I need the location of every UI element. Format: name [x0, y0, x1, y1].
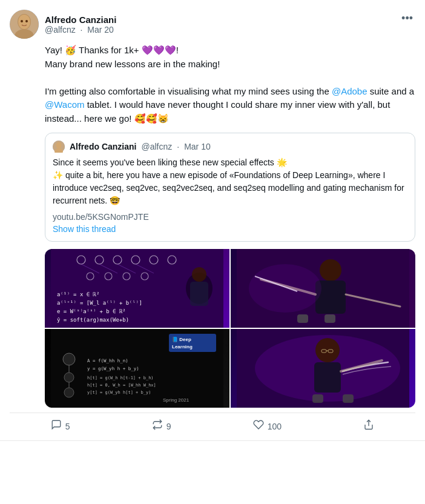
image-2-svg — [231, 249, 415, 328]
tweet-date: Mar 20 — [87, 25, 114, 35]
reply-button[interactable]: 5 — [51, 419, 70, 433]
svg-text:e = W⁽ˢ⁾a⁽ˢ⁾ + b ∈ ℝ²: e = W⁽ˢ⁾a⁽ˢ⁾ + b ∈ ℝ² — [57, 308, 126, 314]
retweet-button[interactable]: 9 — [152, 419, 171, 433]
image-1[interactable]: a⁽¹⁾ = x ∈ ℝ² a⁽ˡ⁺¹⁾ = [W_l a⁽ˡ⁾ + b⁽ˡ⁾]… — [45, 249, 229, 328]
share-button[interactable] — [363, 419, 374, 433]
image-1-svg: a⁽¹⁾ = x ∈ ℝ² a⁽ˡ⁺¹⁾ = [W_l a⁽ˡ⁾ + b⁽ˡ⁾]… — [45, 249, 229, 328]
svg-text:y[t] = g(W_yh h[t] + b_y): y[t] = g(W_yh h[t] + b_y) — [87, 390, 151, 395]
svg-rect-63 — [312, 394, 323, 403]
tweet-header: Alfredo Canziani @alfcnz · Mar 20 ••• — [10, 10, 415, 39]
avatar-svg — [10, 10, 39, 39]
quoted-author-handle[interactable]: @alfcnz — [141, 142, 172, 151]
svg-text:Learning: Learning — [172, 344, 193, 350]
tweet-text-line3: I'm getting also comfortable in visualis… — [45, 85, 415, 126]
author-info: Alfredo Canziani @alfcnz · Mar 20 — [45, 15, 116, 35]
quoted-avatar-svg — [53, 141, 65, 153]
share-svg — [363, 419, 374, 430]
svg-point-42 — [64, 373, 74, 382]
author-name: Alfredo Canziani — [45, 15, 116, 25]
svg-text:a⁽ˡ⁺¹⁾ = [W_l a⁽ˡ⁾ + b⁽ˡ⁾]: a⁽ˡ⁺¹⁾ = [W_l a⁽ˡ⁾ + b⁽ˡ⁾] — [57, 300, 142, 306]
reply-svg — [51, 419, 62, 430]
svg-rect-64 — [343, 394, 354, 403]
mention-wacom[interactable]: @Wacom — [45, 99, 85, 110]
svg-point-57 — [315, 338, 340, 362]
tweet-text-line1: Yay! 🥳 Thanks for 1k+ 💜💜💜! — [45, 44, 415, 58]
images-grid: a⁽¹⁾ = x ∈ ℝ² a⁽ˡ⁺¹⁾ = [W_l a⁽ˡ⁾ + b⁽ˡ⁾]… — [45, 249, 415, 408]
like-count: 100 — [268, 422, 282, 431]
tweet-actions: 5 9 100 — [10, 413, 415, 440]
svg-rect-61 — [314, 362, 341, 393]
reply-count: 5 — [65, 422, 70, 431]
reply-icon — [51, 419, 62, 433]
mention-adobe[interactable]: @Adobe — [332, 86, 367, 96]
quoted-author-name: Alfredo Canziani — [70, 142, 136, 151]
tweet-text-line2: Many brand new lessons are in the making… — [45, 58, 415, 71]
svg-rect-30 — [190, 282, 208, 306]
author-handle[interactable]: @alfcnz — [45, 25, 76, 35]
quoted-separator: · — [177, 142, 179, 151]
svg-text:📘 Deep: 📘 Deep — [172, 336, 191, 342]
like-icon — [253, 419, 264, 433]
svg-point-3 — [18, 15, 30, 29]
like-svg — [253, 419, 264, 430]
share-icon — [363, 419, 374, 433]
retweet-count: 9 — [166, 422, 171, 431]
quoted-avatar — [53, 141, 65, 153]
svg-rect-37 — [325, 314, 335, 323]
tweet-header-left: Alfredo Canziani @alfcnz · Mar 20 — [10, 10, 116, 39]
svg-text:h[t] = 0, W_h = [W_hh W_hx]: h[t] = 0, W_h = [W_hh W_hx] — [87, 383, 156, 388]
svg-text:y = g(W_yh h + b_y): y = g(W_yh h + b_y) — [87, 366, 139, 371]
svg-point-39 — [249, 264, 321, 313]
quoted-tweet-header: Alfredo Canziani @alfcnz · Mar 10 — [53, 141, 407, 153]
show-thread-link[interactable]: Show this thread — [53, 224, 407, 234]
svg-point-7 — [56, 142, 62, 149]
image-3[interactable]: A = f(W_hh h_n) y = g(W_yh h + b_y) h[t]… — [45, 329, 229, 408]
image-2[interactable] — [231, 249, 415, 328]
svg-text:h[t] = g(W_h h[t-1] + b_h): h[t] = g(W_h h[t-1] + b_h) — [87, 376, 154, 380]
svg-rect-38 — [297, 314, 308, 323]
more-options-button[interactable]: ••• — [399, 10, 415, 27]
quoted-tweet[interactable]: Alfredo Canziani @alfcnz · Mar 10 Since … — [45, 133, 415, 242]
tweet-body: Yay! 🥳 Thanks for 1k+ 💜💜💜! Many brand ne… — [10, 44, 415, 125]
svg-text:a⁽¹⁾ = x ∈ ℝ²: a⁽¹⁾ = x ∈ ℝ² — [57, 291, 99, 297]
svg-text:A = f(W_hh h_n): A = f(W_hh h_n) — [87, 358, 128, 363]
svg-point-4 — [21, 20, 23, 22]
quoted-link: youtu.be/5KSGNomPJTE — [53, 212, 407, 222]
tweet-card: Alfredo Canziani @alfcnz · Mar 20 ••• Ya… — [0, 0, 425, 441]
svg-point-43 — [64, 388, 74, 397]
retweet-svg — [152, 419, 163, 430]
avatar[interactable] — [10, 10, 39, 39]
svg-point-29 — [192, 267, 206, 282]
image-4[interactable] — [231, 329, 415, 408]
like-button[interactable]: 100 — [253, 419, 282, 433]
image-4-svg — [231, 329, 415, 408]
author-handle-date: @alfcnz · Mar 20 — [45, 25, 116, 35]
retweet-icon — [152, 419, 163, 433]
svg-text:Spring 2021: Spring 2021 — [163, 397, 189, 403]
quoted-date: Mar 10 — [184, 142, 211, 151]
svg-point-32 — [320, 259, 341, 281]
svg-point-41 — [63, 353, 75, 365]
svg-text:ŷ = soft(arg)max(We+b): ŷ = soft(arg)max(We+b) — [57, 317, 129, 323]
avatar-image — [10, 10, 39, 39]
image-3-svg: A = f(W_hh h_n) y = g(W_yh h + b_y) h[t]… — [45, 329, 229, 408]
svg-point-5 — [25, 20, 28, 22]
quoted-body: Since it seems you've been liking these … — [53, 156, 407, 207]
